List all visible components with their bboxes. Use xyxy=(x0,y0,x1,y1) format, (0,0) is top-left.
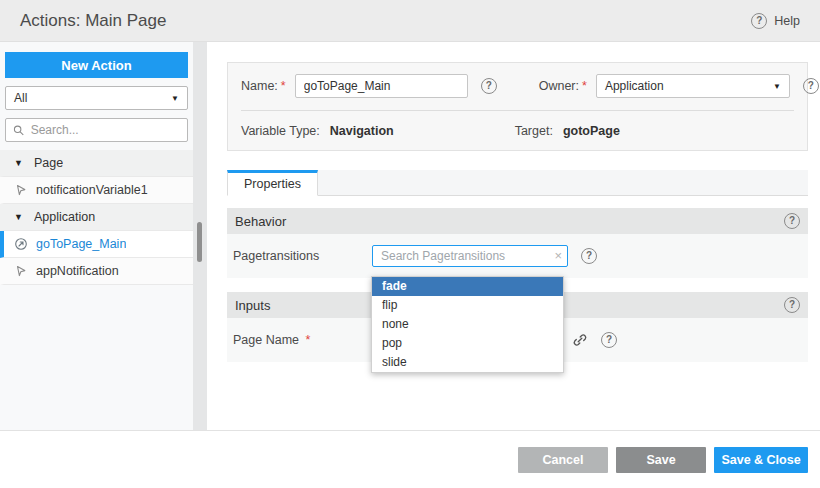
owner-help-icon[interactable]: ? xyxy=(803,78,819,94)
behavior-section-header: Behavior ? xyxy=(227,208,808,234)
save-button[interactable]: Save xyxy=(616,447,706,473)
owner-group: Owner: * Application ▼ ? xyxy=(539,74,819,98)
help-label: Help xyxy=(774,14,800,28)
tree-item-label: appNotification xyxy=(36,264,119,278)
summary-divider xyxy=(241,110,794,111)
navigation-icon xyxy=(14,237,28,251)
help-link[interactable]: ? Help xyxy=(751,13,800,29)
page-name-label: Page Name * xyxy=(233,333,372,347)
save-and-close-button[interactable]: Save & Close xyxy=(714,447,808,473)
sidebar-scrollbar-thumb[interactable] xyxy=(197,222,202,262)
required-marker: * xyxy=(281,79,286,93)
tree-group-label: Application xyxy=(34,210,95,224)
sidebar-search-input[interactable] xyxy=(31,123,180,137)
target-group: Target: gotoPage xyxy=(515,124,620,138)
tree-group-application[interactable]: ▼ Application xyxy=(0,204,193,231)
pagetransitions-help-icon[interactable]: ? xyxy=(581,248,597,264)
sidebar-scroll-gutter xyxy=(193,42,207,430)
dropdown-option-none[interactable]: none xyxy=(372,315,563,334)
inputs-section-title: Inputs xyxy=(235,298,270,313)
tree-item-label: goToPage_Main xyxy=(36,237,126,251)
owner-select[interactable]: Application ▼ xyxy=(596,74,790,98)
tree-item-label: notificationVariable1 xyxy=(36,183,148,197)
inputs-help-icon[interactable]: ? xyxy=(784,297,800,313)
name-owner-row: Name: * ? Owner: * Application ▼ ? xyxy=(241,74,794,98)
dropdown-option-fade[interactable]: fade xyxy=(372,277,563,296)
required-marker: * xyxy=(306,333,311,347)
pagetransitions-label: Pagetransitions xyxy=(233,249,372,263)
footer-action-bar: Cancel Save Save & Close xyxy=(0,430,820,488)
behavior-help-icon[interactable]: ? xyxy=(784,213,800,229)
tree-item-notificationvariable1[interactable]: notificationVariable1 xyxy=(0,177,193,204)
app-header: Actions: Main Page ? Help xyxy=(0,0,820,42)
page-title: Actions: Main Page xyxy=(20,11,166,31)
behavior-section: Behavior ? Pagetransitions × ? xyxy=(227,208,808,278)
page-name-help-icon[interactable]: ? xyxy=(601,332,617,348)
filter-dropdown-value: All xyxy=(14,91,27,105)
detail-tabbar: Properties xyxy=(227,170,808,196)
variable-type-label: Variable Type: xyxy=(241,124,320,138)
notification-icon xyxy=(14,183,28,197)
actions-sidebar: New Action All ▼ ▼ Page xyxy=(0,42,193,430)
notification-icon xyxy=(14,264,28,278)
name-help-icon[interactable]: ? xyxy=(481,78,497,94)
target-value: gotoPage xyxy=(563,124,620,138)
dropdown-option-pop[interactable]: pop xyxy=(372,334,563,353)
dropdown-option-slide[interactable]: slide xyxy=(372,353,563,372)
tree-item-appnotification[interactable]: appNotification xyxy=(0,258,193,285)
new-action-button[interactable]: New Action xyxy=(5,52,188,78)
owner-label: Owner: xyxy=(539,79,579,93)
target-label: Target: xyxy=(515,124,553,138)
dropdown-option-flip[interactable]: flip xyxy=(372,296,563,315)
required-marker: * xyxy=(582,79,587,93)
behavior-section-title: Behavior xyxy=(235,214,286,229)
actions-editor-window: Actions: Main Page ? Help New Action All… xyxy=(0,0,820,488)
cancel-button[interactable]: Cancel xyxy=(518,447,608,473)
tab-properties[interactable]: Properties xyxy=(227,170,318,196)
tab-properties-label: Properties xyxy=(244,177,301,191)
chevron-down-icon: ▼ xyxy=(171,94,179,103)
name-input[interactable] xyxy=(295,74,468,98)
clear-icon[interactable]: × xyxy=(554,248,562,264)
name-label: Name: xyxy=(241,79,278,93)
action-summary-box: Name: * ? Owner: * Application ▼ ? Varia… xyxy=(227,62,808,151)
variable-type-value: Navigation xyxy=(330,124,394,138)
pagetransitions-combobox[interactable]: × xyxy=(372,245,568,267)
sidebar-search[interactable] xyxy=(5,118,188,142)
type-target-row: Variable Type: Navigation Target: gotoPa… xyxy=(241,124,794,138)
actions-tree: ▼ Page notificationVariable1 ▼ Applicati… xyxy=(0,150,193,285)
link-icon[interactable] xyxy=(572,332,588,348)
tree-item-gotopage-main[interactable]: goToPage_Main xyxy=(0,231,193,258)
pagetransitions-search-input[interactable] xyxy=(372,245,568,267)
search-icon xyxy=(13,124,25,137)
owner-select-value: Application xyxy=(605,79,664,93)
collapse-caret-icon[interactable]: ▼ xyxy=(14,158,26,168)
help-icon: ? xyxy=(751,13,767,29)
chevron-down-icon: ▼ xyxy=(773,82,781,91)
behavior-section-body: Pagetransitions × ? xyxy=(227,234,808,278)
tree-group-page[interactable]: ▼ Page xyxy=(0,150,193,177)
tree-group-label: Page xyxy=(34,156,63,170)
filter-dropdown[interactable]: All ▼ xyxy=(5,86,188,110)
pagetransitions-dropdown: fade flip none pop slide xyxy=(371,276,564,373)
collapse-caret-icon[interactable]: ▼ xyxy=(14,212,26,222)
